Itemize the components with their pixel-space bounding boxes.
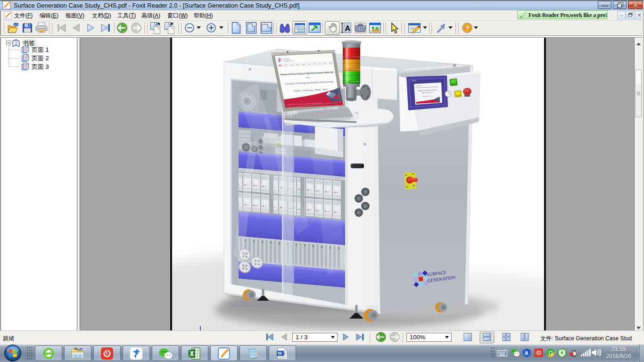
- svg-text:页面 2: 页面 2: [32, 55, 49, 62]
- svg-text:?: ?: [465, 24, 470, 32]
- svg-text:书签: 书签: [23, 40, 35, 47]
- svg-text:'PtFS': 'PtFS': [305, 76, 311, 79]
- svg-text:页面 3: 页面 3: [32, 63, 49, 70]
- svg-text:页面 1: 页面 1: [32, 46, 49, 53]
- svg-text:MCS: MCS: [412, 80, 416, 82]
- svg-text:1 / 3: 1 / 3: [296, 334, 307, 341]
- svg-text:A: A: [525, 350, 528, 356]
- svg-text:100%: 100%: [410, 334, 426, 341]
- svg-text:A: A: [345, 25, 351, 33]
- svg-text:W: W: [278, 351, 282, 356]
